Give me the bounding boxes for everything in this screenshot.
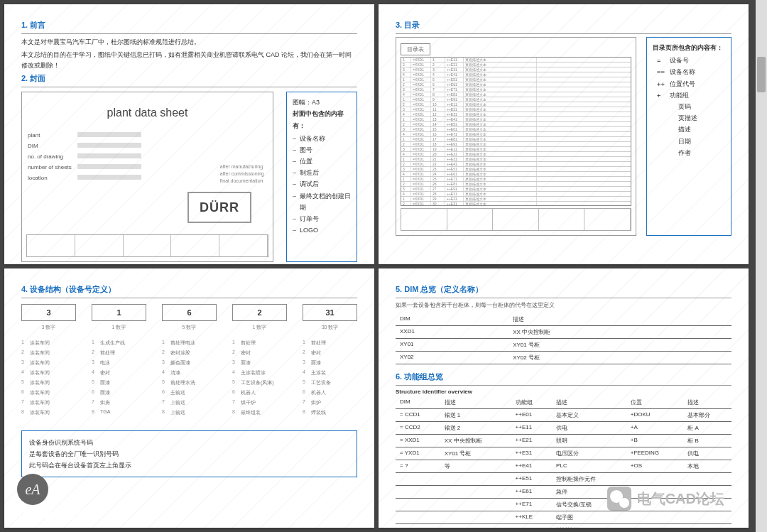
section-1-title: 1. 前言	[21, 20, 357, 31]
toc-row: 1=XXD19++E91页面描述文本	[401, 97, 631, 102]
callout-frame: 图幅：A3	[293, 97, 351, 108]
section-4-title: 4. 设备结构（设备号定义）	[21, 284, 357, 295]
toc-table-title: 目录表	[401, 43, 430, 55]
section-5-title: 5. DIM 总览（定义名称）	[396, 284, 731, 295]
toc-row: 4=XXD128++E11页面描述文本	[401, 192, 631, 197]
callout-item: 调试后	[293, 178, 351, 190]
list-item: 1前处理电泳	[162, 340, 217, 347]
list-item: 3颜色面漆	[162, 359, 217, 367]
tree-sub-item: 页描述	[653, 112, 725, 124]
tree-item: 功能组	[653, 89, 725, 101]
drawing-field-label: no. of drawing	[28, 153, 77, 160]
list-item: 1涂装车间	[21, 340, 76, 347]
list-item: 8焊装线	[303, 409, 357, 416]
tree-item: 设备名称	[653, 66, 725, 77]
list-item: 7上输送	[162, 399, 217, 406]
tree-item: 位置代号	[653, 78, 725, 89]
list-item: 6机器人	[303, 389, 357, 396]
table-header: 功能组	[511, 396, 553, 409]
drawing-field-label: plant	[28, 132, 77, 139]
table-row: = ?等++E41PLC+OS本地	[396, 460, 731, 472]
page-3: 4. 设备结构（设备号定义） 316231 3 数字1 数字5 数字1 数字30…	[4, 268, 374, 528]
toc-row: 2=XXD118++E91页面描述文本	[401, 142, 631, 147]
list-item: 3面漆	[232, 359, 287, 367]
toc-row: 4=XXD18++E81页面描述文本	[401, 92, 631, 97]
drawing-side-notes: after manufacturingafter commissioningfi…	[220, 163, 264, 184]
tree-sub-item: 描述	[653, 124, 725, 135]
list-item: 6面漆	[92, 389, 146, 396]
table-header: DIM	[396, 313, 508, 326]
page-1: 1. 前言 本文是对华晨宝马汽车工厂中，杜尔图纸的标准规范进行总结。 本文总结的…	[4, 4, 374, 264]
list-item: 7烘房	[92, 399, 146, 406]
dim-table: DIM描述 XXD1XX 中央控制柜XY01XY01 号柜XY02XY02 号柜	[396, 313, 731, 364]
note-line-1: 设备身份识别系统号码	[29, 437, 349, 448]
table-header: 描述	[552, 396, 626, 409]
toc-row: 4=XXD112++E31页面描述文本	[401, 112, 631, 117]
table-row: = CCD1输送 1++E01基本定义+DOKU基本部分	[396, 408, 731, 421]
structure-digit-box: 31	[303, 304, 357, 321]
para-1: 本文是对华晨宝马汽车工厂中，杜尔图纸的标准规范进行总结。	[21, 37, 357, 47]
title-block	[401, 208, 631, 231]
list-item: 5面漆	[92, 379, 146, 386]
table-row: ++KLE端子图	[396, 511, 731, 523]
tree-sub-item: 日期	[653, 136, 725, 147]
para-2: 本文总结的目的在于学习，图纸中关键信息已打码，如有泄露相关商业机密请联系电气 C…	[21, 50, 357, 70]
toc-row: 4=XXD116++E71页面描述文本	[401, 132, 631, 137]
document-grid: 1. 前言 本文是对华晨宝马汽车工厂中，杜尔图纸的标准规范进行总结。 本文总结的…	[0, 0, 753, 532]
toc-row: 3=XXD119++E11页面描述文本	[401, 147, 631, 152]
list-item: 5工艺设备	[303, 379, 357, 386]
list-item: 4清漆	[162, 369, 217, 376]
list-item: 4涂装车间	[21, 369, 76, 376]
toc-row: 1=XXD15++E51页面描述文本	[401, 77, 631, 82]
device-id-note: 设备身份识别系统号码 是每套设备的全厂唯一识别号码 此号码会在每台设备首页左上角…	[21, 430, 357, 478]
durr-logo: DÜRR	[187, 192, 251, 223]
list-item: 3电泳	[92, 359, 146, 367]
tree-sub-item: 作者	[653, 147, 725, 158]
structure-digit-label: 1 数字	[232, 324, 287, 331]
table-row: = YXD1XY01 号柜++E31电压区分+FEEDING供电	[396, 447, 731, 460]
toc-row: 3=XXD111++E21页面描述文本	[401, 107, 631, 112]
structure-digit-box: 3	[21, 304, 76, 321]
callout-head: 目录页所包含的内容有：	[653, 42, 725, 53]
table-row: XXD1XX 中央控制柜	[396, 325, 731, 338]
list-item: 1前处理	[232, 340, 287, 347]
toc-row: 1=XXD121++E31页面描述文本	[401, 157, 631, 162]
structure-digit-box: 1	[92, 304, 146, 321]
toc-row: 2=XXD114++E51页面描述文本	[401, 122, 631, 127]
list-item: 2前处理	[92, 349, 146, 357]
list-item: 6机器人	[232, 389, 287, 396]
drawing-field-label: location	[28, 175, 77, 181]
cover-callout: 图幅：A3 封面中包含的内容有： 设备名称图号位置制造后调试后最终文档的创建日期…	[286, 92, 357, 262]
section-5-note: 如果一套设备包含若干台柜体，则每一台柜体的代号在这里定义	[396, 301, 731, 309]
callout-item: 制造后	[293, 167, 351, 178]
scrollbar-thumb[interactable]	[757, 57, 766, 92]
list-item: 7涂装车间	[21, 399, 76, 406]
tree-sub-item: 页码	[653, 101, 725, 112]
table-row: = XXD1XX 中央控制柜++E21照明+B柜 B	[396, 434, 731, 447]
list-item: 2密封	[232, 349, 287, 357]
drawing-field-label: DIM	[28, 143, 77, 149]
toc-row: 2=XXD12++E21页面描述文本	[401, 63, 631, 67]
page-2: 3. 目录 目录表 1=XXD11++E11页面描述文本2=XXD12++E21…	[379, 4, 749, 264]
list-item: 4主涂装	[303, 369, 357, 376]
list-item: 3面漆	[303, 359, 357, 367]
structure-digit-label: 30 数字	[303, 324, 357, 331]
table-row: ++STK材料清单(BOM)	[396, 523, 731, 528]
list-item: 5涂装车间	[21, 379, 76, 386]
callout-item: LOGO	[293, 224, 351, 236]
section-3-title: 3. 目录	[396, 20, 731, 31]
toc-drawing: 目录表 1=XXD11++E11页面描述文本2=XXD12++E21页面描述文本…	[396, 37, 636, 236]
table-header: 描述	[508, 313, 731, 326]
table-row: XY02XY02 号柜	[396, 351, 731, 364]
watermark-bottom-right: 电气CAD论坛	[607, 487, 724, 511]
toc-row: 3=XXD123++E51页面描述文本	[401, 167, 631, 172]
toc-row: 1=XXD11++E11页面描述文本	[401, 58, 631, 63]
note-line-2: 是每套设备的全厂唯一识别号码	[29, 448, 349, 460]
toc-row: 1=XXD125++E71页面描述文本	[401, 177, 631, 182]
tree-item: 设备号	[653, 55, 725, 66]
list-item: 1生成生产线	[92, 340, 146, 347]
vertical-scrollbar[interactable]	[756, 0, 767, 532]
list-item: 5工艺设备(风淋)	[232, 379, 287, 386]
table-header: 描述	[440, 396, 511, 409]
toc-row: 3=XXD115++E61页面描述文本	[401, 127, 631, 132]
